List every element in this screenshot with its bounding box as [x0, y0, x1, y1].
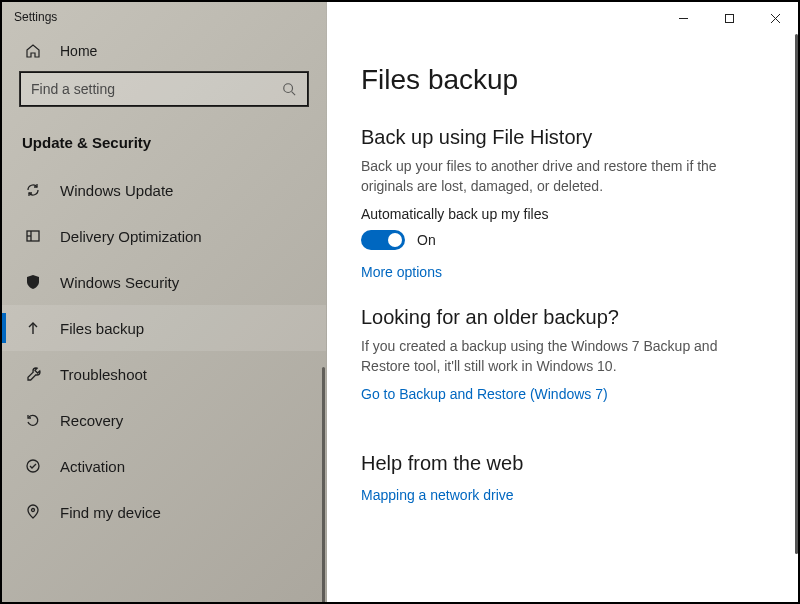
window-controls	[327, 2, 798, 34]
check-circle-icon	[24, 457, 42, 475]
sync-icon	[24, 181, 42, 199]
sidebar-item-label: Find my device	[60, 504, 161, 521]
app-title: Settings	[2, 2, 326, 32]
maximize-button[interactable]	[706, 2, 752, 34]
sidebar-item-files-backup[interactable]: Files backup	[2, 305, 326, 351]
location-icon	[24, 503, 42, 521]
toggle-state-text: On	[417, 232, 436, 248]
help-heading: Help from the web	[361, 452, 764, 475]
file-history-heading: Back up using File History	[361, 126, 764, 149]
wrench-icon	[24, 365, 42, 383]
backup-restore-link[interactable]: Go to Backup and Restore (Windows 7)	[361, 386, 764, 402]
search-input-field[interactable]	[31, 81, 281, 97]
auto-backup-label: Automatically back up my files	[361, 206, 764, 222]
file-history-section: Back up using File History Back up your …	[361, 126, 764, 280]
sidebar-item-recovery[interactable]: Recovery	[2, 397, 326, 443]
minimize-button[interactable]	[660, 2, 706, 34]
close-button[interactable]	[752, 2, 798, 34]
sidebar-item-label: Activation	[60, 458, 125, 475]
sidebar: Settings Home Update & Security	[2, 2, 327, 602]
older-backup-section: Looking for an older backup? If you crea…	[361, 306, 764, 402]
file-history-desc: Back up your files to another drive and …	[361, 157, 764, 196]
recovery-icon	[24, 411, 42, 429]
help-link-mapping-drive[interactable]: Mapping a network drive	[361, 487, 764, 503]
svg-point-2	[27, 460, 39, 472]
category-title: Update & Security	[2, 120, 326, 167]
shield-icon	[24, 273, 42, 291]
svg-rect-4	[725, 14, 733, 22]
sidebar-item-label: Files backup	[60, 320, 144, 337]
main-panel: Files backup Back up using File History …	[327, 2, 798, 602]
sidebar-item-troubleshoot[interactable]: Troubleshoot	[2, 351, 326, 397]
sidebar-item-windows-security[interactable]: Windows Security	[2, 259, 326, 305]
more-options-link[interactable]: More options	[361, 264, 764, 280]
sidebar-item-label: Delivery Optimization	[60, 228, 202, 245]
auto-backup-toggle[interactable]	[361, 230, 405, 250]
backup-arrow-icon	[24, 319, 42, 337]
home-icon	[24, 42, 42, 60]
home-button[interactable]: Home	[2, 32, 326, 72]
sidebar-scrollbar[interactable]	[322, 367, 325, 602]
sidebar-nav: Windows Update Delivery Optimization	[2, 167, 326, 602]
delivery-icon	[24, 227, 42, 245]
sidebar-item-windows-update[interactable]: Windows Update	[2, 167, 326, 213]
home-label: Home	[60, 43, 97, 59]
older-backup-heading: Looking for an older backup?	[361, 306, 764, 329]
toggle-knob	[388, 233, 402, 247]
sidebar-item-label: Windows Update	[60, 182, 173, 199]
svg-point-3	[32, 509, 35, 512]
search-icon	[281, 81, 297, 97]
sidebar-item-label: Troubleshoot	[60, 366, 147, 383]
sidebar-item-delivery-optimization[interactable]: Delivery Optimization	[2, 213, 326, 259]
sidebar-item-activation[interactable]: Activation	[2, 443, 326, 489]
sidebar-item-label: Recovery	[60, 412, 123, 429]
page-title: Files backup	[361, 64, 764, 96]
sidebar-item-find-my-device[interactable]: Find my device	[2, 489, 326, 535]
sidebar-item-label: Windows Security	[60, 274, 179, 291]
svg-point-0	[284, 84, 293, 93]
content-scrollbar[interactable]	[795, 34, 798, 554]
older-backup-desc: If you created a backup using the Window…	[361, 337, 764, 376]
search-input[interactable]	[20, 72, 308, 106]
help-section: Help from the web Mapping a network driv…	[361, 452, 764, 503]
